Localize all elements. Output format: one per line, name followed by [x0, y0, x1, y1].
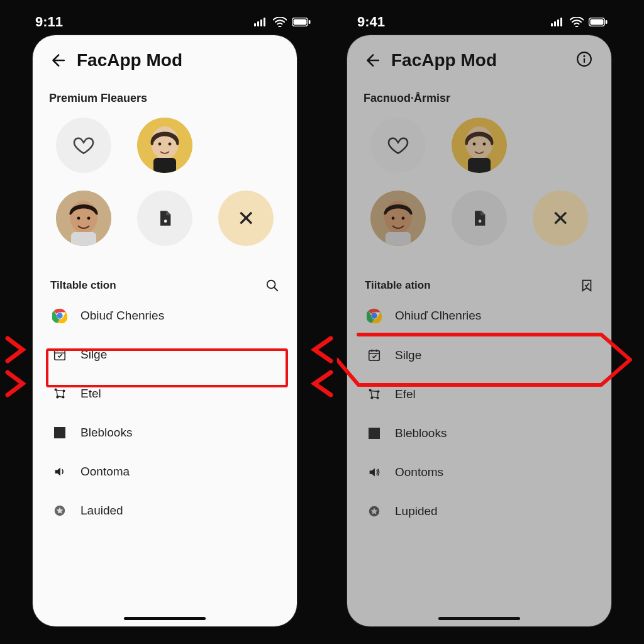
list-item[interactable]: Ohiuď Clhenries: [364, 296, 595, 336]
chrome-icon: [366, 308, 382, 324]
svg-rect-10: [560, 18, 562, 26]
avatar-bottom[interactable]: [370, 191, 426, 246]
speaker-icon: [52, 464, 68, 480]
list-item[interactable]: Oontoma: [49, 452, 280, 491]
phone-right: FacApp Mod Facnuod·Årmisr: [347, 35, 611, 626]
list-item[interactable]: Silge: [364, 336, 595, 375]
list-item[interactable]: Oontoms: [364, 453, 595, 492]
status-bar-right: 9:41: [347, 14, 618, 30]
svg-line-26: [274, 287, 278, 291]
avatar-icon: [56, 191, 111, 246]
bookmark-icon[interactable]: [580, 279, 594, 292]
status-bar-left: 9:11: [25, 14, 321, 30]
list-item-label: Ohiuď Clhenries: [395, 309, 481, 323]
svg-rect-9: [557, 19, 559, 26]
svg-rect-40: [584, 58, 585, 63]
feature-doc[interactable]: [137, 191, 192, 246]
svg-rect-0: [254, 23, 256, 26]
document-icon: [156, 209, 174, 227]
list-item[interactable]: Lupided: [364, 492, 595, 531]
list-item[interactable]: Silge: [49, 335, 280, 374]
search-icon[interactable]: [265, 279, 279, 292]
avatar-icon: [137, 118, 192, 173]
svg-point-39: [583, 55, 585, 57]
svg-point-54: [372, 313, 377, 319]
signal-icon: [551, 18, 565, 26]
avatar-top[interactable]: [452, 118, 507, 173]
options-list: Tiitable ation Ohiuď Clhenries Silge: [364, 275, 595, 531]
list-item[interactable]: Bleblooks: [49, 413, 280, 452]
feature-heart[interactable]: [370, 118, 426, 173]
list-header-row: Tiitable ation: [364, 275, 595, 296]
svg-point-51: [479, 219, 482, 223]
battery-icon: [292, 18, 311, 26]
svg-rect-5: [294, 19, 307, 25]
list-item-label: Oontoma: [80, 465, 130, 479]
list-header-row: Tiltable ction: [49, 275, 280, 296]
status-time: 9:41: [357, 14, 385, 30]
calendar-check-icon: [52, 347, 68, 363]
svg-point-16: [158, 143, 162, 146]
svg-point-44: [483, 143, 486, 146]
list-item-label: Etel: [80, 387, 101, 401]
header: FacApp Mod: [364, 50, 595, 70]
feature-circles: ✕: [364, 118, 595, 246]
section-title: Premium Fleauers: [49, 92, 280, 105]
svg-rect-31: [55, 350, 65, 360]
list-item-label: Lauided: [80, 504, 123, 518]
list-item-label: Oontoms: [395, 465, 443, 479]
home-indicator[interactable]: [124, 617, 206, 620]
feature-close[interactable]: [218, 191, 274, 246]
status-indicators: [551, 17, 608, 27]
list-header-label: Tiitable ation: [365, 279, 431, 292]
svg-rect-7: [551, 23, 553, 26]
list-item[interactable]: Efel: [364, 375, 595, 414]
home-indicator[interactable]: [438, 617, 520, 620]
square-icon: [52, 425, 68, 441]
wifi-icon: [273, 17, 287, 27]
list-item[interactable]: Etel: [49, 374, 280, 413]
status-indicators: [254, 17, 311, 27]
list-item-label: Silge: [80, 348, 107, 362]
svg-rect-1: [257, 21, 259, 26]
nodes-icon: [366, 386, 382, 402]
avatar-bottom[interactable]: [56, 191, 111, 246]
list-item[interactable]: Lauided: [49, 491, 280, 530]
feature-close[interactable]: ✕: [533, 191, 588, 246]
avatar-icon: [452, 118, 507, 173]
list-item-label: Efel: [395, 387, 416, 401]
heart-icon: [387, 135, 409, 156]
svg-point-48: [391, 217, 394, 220]
svg-point-21: [77, 217, 80, 220]
list-item-label: Lupided: [395, 504, 438, 518]
signal-icon: [254, 18, 268, 26]
svg-rect-6: [309, 20, 311, 24]
feature-circles: [49, 118, 280, 246]
info-button[interactable]: [576, 51, 595, 70]
list-item[interactable]: Obiuď Chenries: [49, 296, 280, 335]
back-icon[interactable]: [364, 52, 380, 69]
svg-point-22: [87, 217, 90, 220]
phone-left: FacApp Mod Premium Fleauers: [33, 35, 297, 626]
badge-icon: [366, 503, 382, 519]
badge-icon: [52, 502, 68, 519]
avatar-icon: [370, 191, 426, 246]
list-item-label: Silge: [395, 348, 421, 362]
list-item[interactable]: Bleblooks: [364, 414, 595, 453]
page-title: FacApp Mod: [77, 50, 182, 70]
avatar-top[interactable]: [137, 118, 192, 173]
back-icon[interactable]: [49, 52, 65, 69]
svg-rect-50: [386, 232, 411, 246]
svg-point-15: [151, 126, 179, 159]
square-icon: [366, 425, 382, 441]
info-icon: [576, 51, 592, 67]
feature-doc[interactable]: [452, 191, 507, 246]
svg-point-17: [169, 143, 172, 146]
svg-point-24: [164, 219, 167, 223]
document-icon: [470, 209, 488, 227]
status-time: 9:11: [35, 14, 63, 30]
feature-heart[interactable]: [56, 118, 111, 173]
svg-rect-13: [606, 20, 608, 24]
list-item-label: Bleblooks: [80, 426, 132, 440]
svg-rect-55: [369, 351, 380, 361]
